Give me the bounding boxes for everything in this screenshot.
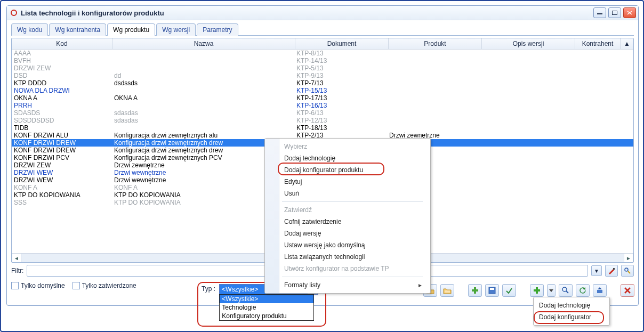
menu-separator: [282, 277, 423, 277]
tabs-row: Wg kodu Wg kontrahenta Wg produktu Wg we…: [7, 20, 638, 35]
svg-rect-2: [613, 11, 617, 15]
table-row[interactable]: KTP DDDDdsdssdsKTP-7/13: [12, 79, 633, 87]
table-row[interactable]: NOWA DLA DRZWIKTP-15/13: [12, 87, 633, 94]
scroll-left-button[interactable]: ◄: [12, 254, 21, 262]
menu-item: Utwórz konfigurator na podstawie TP: [267, 263, 425, 274]
menu-item[interactable]: Formaty listy: [267, 279, 425, 291]
tab-wg-produktu[interactable]: Wg produktu: [107, 23, 155, 36]
folder-button[interactable]: [440, 284, 454, 297]
column-header-nazwa[interactable]: Nazwa: [112, 38, 295, 49]
maximize-button[interactable]: [608, 7, 621, 18]
type-combo-list: <Wszystkie> Technologie Konfiguratory pr…: [219, 294, 314, 321]
svg-rect-1: [597, 13, 602, 14]
add-green-button[interactable]: [530, 284, 544, 297]
svg-marker-20: [598, 287, 602, 289]
tab-parametry[interactable]: Parametry: [197, 23, 238, 36]
menu-item[interactable]: Ustaw wersję jako domyślną: [267, 239, 425, 251]
svg-point-0: [11, 10, 17, 15]
bottom-toolbar: [423, 284, 634, 297]
popup-add-configurator[interactable]: Dodaj konfigurator: [536, 311, 607, 323]
column-header-produkt[interactable]: Produkt: [389, 38, 482, 49]
table-row[interactable]: OKNA AOKNA AKTP-17/13: [12, 94, 633, 102]
svg-rect-14: [534, 289, 540, 291]
column-header-kontrahent[interactable]: Kontrahent: [575, 38, 621, 49]
window-title: Lista technologii i konfiguratorów produ…: [21, 9, 164, 17]
menu-item: Zatwierdź: [267, 204, 425, 216]
filter-config-button[interactable]: [621, 265, 634, 277]
add-button[interactable]: [468, 284, 482, 297]
popup-add-technology[interactable]: Dodaj technologię: [536, 299, 607, 311]
search-button[interactable]: [559, 284, 573, 297]
delete-button[interactable]: [621, 284, 634, 297]
menu-item[interactable]: Dodaj technologię: [267, 152, 425, 164]
context-menu: WybierzDodaj technologięDodaj konfigurat…: [264, 138, 431, 294]
tab-wg-kodu[interactable]: Wg kodu: [11, 23, 48, 36]
dropdown-arrow-button[interactable]: [547, 284, 556, 297]
svg-rect-19: [597, 290, 602, 293]
table-row[interactable]: PRRHKTP-16/13: [12, 102, 633, 109]
checkbox-only-default[interactable]: Tylko domyślne: [11, 282, 65, 289]
table-row[interactable]: DRZWI ZEWKTP-5/13: [12, 64, 633, 72]
table-row[interactable]: DSDddKTP-9/13: [12, 72, 633, 79]
menu-item[interactable]: Lista związanych technologii: [267, 251, 425, 263]
tab-wg-kontrahenta[interactable]: Wg kontrahenta: [49, 23, 106, 36]
menu-item[interactable]: Edytuj: [267, 176, 425, 188]
menu-item[interactable]: Usuń: [267, 188, 425, 199]
svg-rect-8: [445, 290, 450, 293]
type-option-technologies[interactable]: Technologie: [220, 303, 313, 312]
column-header-dokument[interactable]: Dokument: [295, 38, 389, 49]
type-option-configurators[interactable]: Konfiguratory produktu: [220, 312, 313, 320]
menu-item: Wybierz: [267, 141, 425, 152]
svg-marker-15: [549, 289, 553, 292]
svg-line-17: [566, 291, 568, 293]
svg-line-7: [628, 271, 630, 273]
filter-dropdown-button[interactable]: ▼: [591, 265, 602, 276]
table-row[interactable]: AAAAKTP-8/13: [12, 50, 633, 57]
table-row[interactable]: BVFHKTP-14/13: [12, 57, 633, 64]
tab-wg-wersji[interactable]: Wg wersji: [156, 23, 196, 36]
filter-edit-button[interactable]: [605, 265, 618, 277]
type-option-all[interactable]: <Wszystkie>: [220, 295, 313, 303]
refresh-button[interactable]: [576, 284, 590, 297]
scroll-right-button[interactable]: ►: [624, 254, 633, 262]
titlebar: Lista technologii i konfiguratorów produ…: [7, 6, 638, 20]
type-label: Typ :: [202, 285, 215, 293]
svg-rect-12: [490, 288, 494, 290]
table-row[interactable]: TIDBKTP-18/13: [12, 124, 633, 132]
add-popup-menu: Dodaj technologię Dodaj konfigurator: [533, 297, 610, 326]
svg-rect-5: [613, 268, 615, 270]
menu-item[interactable]: Cofnij zatwierdzenie: [267, 216, 425, 228]
column-header-kod[interactable]: Kod: [12, 38, 112, 49]
menu-separator: [282, 201, 423, 202]
table-row[interactable]: SDASDSsdasdasKTP-6/13: [12, 109, 633, 117]
menu-item[interactable]: Dodaj konfigurator produktu: [267, 164, 425, 176]
export-button[interactable]: [593, 284, 607, 297]
minimize-button[interactable]: [593, 7, 606, 18]
scroll-up-button[interactable]: ▲: [621, 38, 633, 49]
filter-label: Filtr:: [11, 267, 23, 274]
menu-item[interactable]: Dodaj wersję: [267, 228, 425, 239]
svg-rect-10: [472, 289, 478, 291]
checkbox-only-approved[interactable]: Tylko zatwierdzone: [73, 282, 136, 289]
svg-point-6: [625, 268, 628, 271]
grid-header: Kod Nazwa Dokument Produkt Opis wersji K…: [12, 38, 633, 50]
close-button[interactable]: [623, 7, 636, 18]
save-button[interactable]: [485, 284, 499, 297]
app-icon: [10, 9, 18, 17]
column-header-opis[interactable]: Opis wersji: [482, 38, 575, 49]
table-row[interactable]: SDSDDSDSDsdasdasKTP-12/13: [12, 117, 633, 124]
svg-point-16: [562, 287, 567, 291]
approve-button[interactable]: [502, 284, 516, 297]
